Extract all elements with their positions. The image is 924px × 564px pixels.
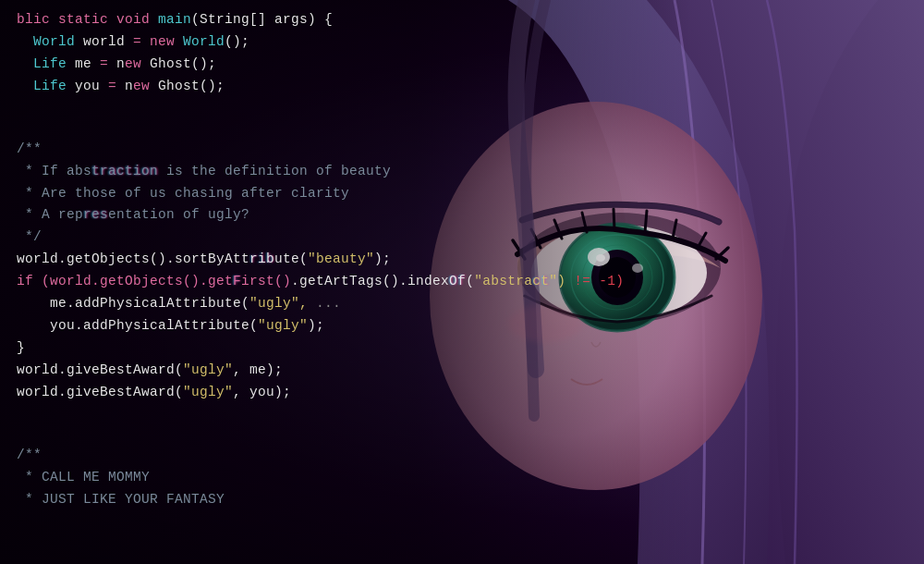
code-token: /** [17, 448, 42, 462]
code-line: you.addPhysicalAttribute("ugly"); [17, 315, 907, 337]
code-line: */ [17, 227, 907, 249]
code-token: } [17, 340, 25, 355]
code-token: * Are th [17, 186, 91, 201]
code-token: Life [33, 79, 67, 93]
code-token: /** [17, 141, 42, 156]
code-token: .getArtTags().index [291, 274, 449, 288]
code-token: * A rep [17, 207, 83, 222]
code-token: main [158, 12, 191, 27]
code-line: * A representation of ugly? [17, 204, 907, 227]
code-token: Of [449, 274, 466, 288]
code-token: asing after clarity [191, 186, 349, 201]
code-token: ose of us ch [91, 186, 191, 201]
code-token: ew [133, 79, 150, 93]
code-token: me.addPhysicalAttrib [50, 296, 216, 311]
code-token: you [67, 79, 108, 93]
code-overlay: blic static void main(String[] args) { W… [0, 0, 924, 564]
code-token: entation of ugly? [108, 207, 249, 222]
code-token: , you); [233, 385, 291, 399]
code-token: ... [316, 296, 341, 311]
code-token: irst() [241, 274, 291, 288]
code-token: , me); [233, 362, 283, 377]
code-token: (); [225, 34, 249, 49]
code-line: /** [17, 139, 907, 161]
code-token: ( [466, 274, 474, 288]
code-token: world.giveBestAward( [17, 385, 183, 399]
code-line: if (world.getObjects().getFirst().getArt… [17, 271, 907, 293]
code-token: * If abs [17, 164, 91, 178]
code-token: is th [158, 164, 208, 178]
code-token: "ugly", [249, 296, 316, 311]
code-token: ute( [274, 251, 308, 266]
code-token: * JUST LIKE YOUR FANTASY [17, 492, 225, 507]
code-token: ct [532, 274, 549, 288]
code-line: world.getObjects().sortByAttribute("beau… [17, 249, 907, 271]
code-line: blic static void main(String[] args) { [17, 9, 907, 31]
code-token: traction [91, 164, 158, 178]
code-token: me [67, 56, 100, 71]
code-token: = [108, 79, 116, 93]
code-line: * Are those of us chasing after clarity [17, 183, 907, 205]
code-token: blic static void [17, 12, 158, 27]
code-spacer [17, 404, 907, 424]
code-line: Life you = new Ghost(); [17, 76, 907, 98]
code-line: Life me = new Ghost(); [17, 54, 907, 76]
code-spacer [17, 118, 907, 139]
code-line: * CALL ME MOMMY [17, 467, 907, 489]
code-line: world.giveBestAward("ugly", me); [17, 360, 907, 382]
code-line: * If abstraction is the definition of be… [17, 161, 907, 183]
code-token: "beauty" [308, 251, 374, 266]
code-token: "ugly" [183, 385, 233, 399]
code-spacer [17, 424, 907, 445]
code-token: */ [17, 229, 42, 244]
code-token: e definition of beauty [208, 164, 391, 178]
code-token: "abstra [474, 274, 532, 288]
code-token: World [183, 34, 225, 49]
code-token: (String[] args) { [191, 12, 333, 27]
code-token: ); [374, 251, 391, 266]
code-token: Life [33, 56, 67, 71]
code-token: world [75, 34, 133, 49]
code-line: me.addPhysicalAttribute("ugly", ... [17, 293, 907, 315]
code-token: you.addPhysicalAttribute( [50, 318, 258, 333]
code-line: World world = new World(); [17, 31, 907, 54]
code-token: F [233, 274, 241, 288]
code-token: != -1) [565, 274, 624, 288]
code-line: } [17, 337, 907, 360]
code-token: res [83, 207, 108, 222]
code-token: = [100, 56, 108, 71]
code-token: Ghost(); [150, 79, 225, 93]
code-line: world.giveBestAward("ugly", you); [17, 382, 907, 404]
code-token: new [141, 34, 183, 49]
code-token: if (world.getObjects().get [17, 274, 233, 288]
code-token: world.giveBestAward( [17, 362, 183, 377]
code-token: "ugly" [258, 318, 308, 333]
code-token: ); [308, 318, 324, 333]
scene: blic static void main(String[] args) { W… [0, 0, 924, 564]
code-token: = [133, 34, 141, 49]
code-token: ew [125, 56, 141, 71]
code-token: n [108, 56, 125, 71]
code-line: * JUST LIKE YOUR FANTASY [17, 489, 907, 511]
code-token: n [116, 79, 133, 93]
code-token: world [17, 251, 58, 266]
code-token: rib [249, 251, 274, 266]
code-token: "ugly" [183, 362, 233, 377]
code-line: /** [17, 445, 907, 467]
code-token: * CALL ME MOMMY [17, 470, 150, 484]
code-token: World [33, 34, 75, 49]
code-token: Ghost(); [141, 56, 216, 71]
code-spacer [17, 98, 907, 118]
code-token: .getObjects().sortByAtt [58, 251, 249, 266]
code-token: ute( [216, 296, 249, 311]
code-token: ") [549, 274, 565, 288]
